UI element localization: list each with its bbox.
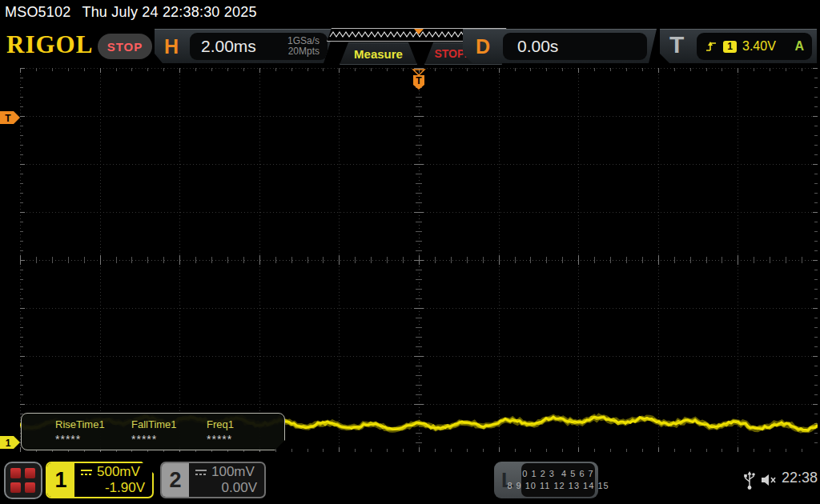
- channel1-ref-marker[interactable]: 1: [0, 434, 21, 450]
- measurement-name: Freq1: [207, 418, 234, 430]
- menu-grid-button[interactable]: [4, 462, 42, 499]
- timebase-box[interactable]: 2.00ms 1GSa/s 20Mpts: [190, 33, 328, 60]
- trigger-box[interactable]: 1 3.40V A: [697, 33, 812, 60]
- delay-value: 0.00s: [517, 37, 558, 56]
- channel1-button[interactable]: 1 500mV -1.90V: [46, 462, 154, 498]
- trigger-position-marker[interactable]: T: [412, 69, 426, 90]
- run-state-indicator[interactable]: STOP: [98, 34, 152, 59]
- sample-rate: 1GSa/s 20Mpts: [287, 36, 320, 57]
- channel1-scale: 500mV: [97, 464, 140, 480]
- delay-panel[interactable]: D 0.00s: [463, 29, 657, 63]
- channel1-offset: -1.90V: [80, 480, 145, 496]
- logic-row1: 0 1 2 3 4 5 6 7: [522, 468, 593, 480]
- channel2-button[interactable]: 2 100mV 0.00V: [160, 462, 266, 498]
- delay-label: D: [476, 35, 490, 58]
- usb-icon: [743, 470, 756, 491]
- grid: [20, 68, 818, 452]
- measurement-name: FallTime1: [131, 418, 177, 430]
- measure-button[interactable]: Measure: [340, 42, 417, 65]
- logic-row2: 8 9 10 11 12 13 14 15: [507, 480, 609, 492]
- channel1-number: 1: [47, 463, 74, 497]
- trigger-mode: A: [794, 39, 804, 54]
- trigger-level-marker[interactable]: T: [0, 110, 21, 126]
- measure-label: Measure: [354, 47, 403, 61]
- grid-icon: [8, 466, 38, 495]
- run-state-label: STOP: [107, 40, 143, 54]
- datetime: Thu July 24 22:38:30 2025: [82, 4, 256, 20]
- trigger-panel[interactable]: T 1 3.40V A: [660, 29, 817, 63]
- horizontal-label: H: [164, 35, 179, 58]
- measurement-overlay[interactable]: RiseTime1 ***** FallTime1 ***** Freq1 **…: [21, 413, 285, 450]
- sample-rate-value: 1GSa/s: [287, 35, 320, 46]
- measurement-value: *****: [55, 433, 105, 446]
- timebase-value: 2.00ms: [201, 37, 256, 56]
- rising-edge-icon: [705, 40, 718, 53]
- speaker-muted-icon[interactable]: [761, 473, 778, 487]
- measurement-value: *****: [131, 433, 177, 446]
- trigger-source-badge: 1: [723, 41, 737, 53]
- measurement-value: *****: [207, 433, 234, 446]
- channel2-scale: 100mV: [211, 464, 255, 480]
- trigger-position-letter: T: [416, 75, 422, 86]
- dc-coupling-icon: [80, 469, 93, 476]
- horizontal-panel[interactable]: H 2.00ms 1GSa/s 20Mpts: [155, 29, 335, 63]
- status-bar: MSO5102Thu July 24 22:38:30 2025: [5, 4, 257, 21]
- logic-channel-list: 0 1 2 3 4 5 6 7 8 9 10 11 12 13 14 15: [521, 463, 595, 497]
- trigger-label: T: [669, 31, 684, 58]
- model-name: MSO5102: [5, 4, 70, 20]
- rigol-logo: RIGOL: [6, 30, 93, 59]
- trigger-level-value: 3.40V: [742, 39, 776, 54]
- graticule: [20, 68, 818, 452]
- channel2-number: 2: [162, 463, 189, 497]
- measurement-freq: Freq1 *****: [207, 418, 234, 446]
- measurement-name: RiseTime1: [55, 418, 105, 430]
- trigger-level-letter: T: [5, 112, 11, 123]
- delay-box[interactable]: 0.00s: [503, 33, 647, 60]
- dc-coupling-icon: [195, 469, 207, 476]
- channel2-offset: 0.00V: [195, 480, 257, 496]
- logic-channels-button[interactable]: L 0 1 2 3 4 5 6 7 8 9 10 11 12 13 14 15: [494, 462, 598, 498]
- clock: 22:38: [782, 470, 818, 486]
- measurement-risetime: RiseTime1 *****: [55, 418, 105, 446]
- channel1-ref-number: 1: [6, 438, 11, 449]
- memory-depth-value: 20Mpts: [288, 46, 320, 57]
- measurement-falltime: FallTime1 *****: [131, 418, 177, 446]
